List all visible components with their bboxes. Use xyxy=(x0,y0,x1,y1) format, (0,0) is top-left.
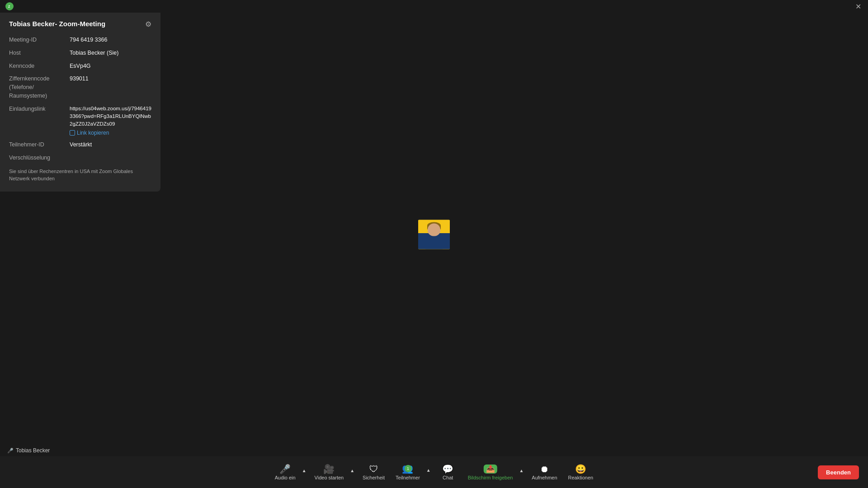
reactions-label: Reaktionen xyxy=(568,475,594,480)
video-chevron[interactable]: ▲ xyxy=(348,464,356,476)
audio-chevron[interactable]: ▲ xyxy=(300,464,308,476)
copy-link-button[interactable]: Link kopieren xyxy=(70,130,151,136)
meeting-id-label: Meeting-ID xyxy=(9,36,68,44)
audio-icon: 🎤 xyxy=(279,465,291,474)
participants-label: Teilnehmer xyxy=(396,475,420,480)
kenncode-row: Kenncode EsVp4G xyxy=(9,62,151,70)
settings-button[interactable]: ⚙ xyxy=(145,20,151,28)
participants-icon-wrap: 👥 1 xyxy=(402,464,413,474)
screenshare-chevron[interactable]: ▲ xyxy=(517,464,525,476)
screenshare-label: Bildschirm freigeben xyxy=(468,475,513,480)
encryption-row: Verschlüsselung xyxy=(9,154,151,162)
participant-id-value: Verstärkt xyxy=(70,141,151,149)
avatar-head xyxy=(428,224,440,236)
security-label: Sicherheit xyxy=(363,475,385,480)
participants-badge: 1 xyxy=(404,465,411,472)
avatar-body xyxy=(425,240,443,249)
invite-link-label: Einladungslink xyxy=(9,105,68,136)
zoom-logo: Z xyxy=(5,2,14,10)
chat-icon: 💬 xyxy=(442,465,453,474)
kenncode-value: EsVp4G xyxy=(70,62,151,70)
participants-tool-group: 👥 1 Teilnehmer ▲ xyxy=(391,461,433,483)
participant-name: Tobias Becker xyxy=(16,447,50,454)
screenshare-button[interactable]: 📤 Bildschirm freigeben xyxy=(463,462,518,483)
invite-link-value: https://us04web.zoom.us/j/79464193366?pw… xyxy=(70,105,151,128)
encryption-value xyxy=(70,154,151,162)
security-button[interactable]: 🛡 Sicherheit xyxy=(358,462,389,483)
meeting-id-value: 794 6419 3366 xyxy=(70,36,151,44)
reactions-button[interactable]: 😀 Reaktionen xyxy=(564,462,598,483)
chat-button[interactable]: 💬 Chat xyxy=(434,462,462,483)
reactions-icon: 😀 xyxy=(575,465,586,474)
chat-label: Chat xyxy=(443,475,453,480)
encryption-label: Verschlüsselung xyxy=(9,154,68,162)
network-note: Sie sind über Rechenzentren in USA mit Z… xyxy=(9,168,151,183)
copy-link-label: Link kopieren xyxy=(77,130,109,136)
top-bar: Z ✕ xyxy=(0,0,868,13)
info-panel-header: Tobias Becker- Zoom-Meeting ⚙ xyxy=(9,20,151,28)
meeting-title: Tobias Becker- Zoom-Meeting xyxy=(9,20,105,28)
copy-icon xyxy=(70,130,75,136)
ziffer-row: Ziffernkenncode (Telefone/ Raumsysteme) … xyxy=(9,75,151,100)
close-button[interactable]: ✕ xyxy=(854,2,863,11)
host-row: Host Tobias Becker (Sie) xyxy=(9,49,151,57)
participant-thumbnail xyxy=(418,220,450,249)
record-icon: ⏺ xyxy=(540,465,549,474)
ziffer-label: Ziffernkenncode (Telefone/ Raumsysteme) xyxy=(9,75,68,100)
audio-label: Audio ein xyxy=(275,475,296,480)
kenncode-label: Kenncode xyxy=(9,62,68,70)
video-label: Video starten xyxy=(315,475,344,480)
security-icon: 🛡 xyxy=(369,465,378,474)
host-value: Tobias Becker (Sie) xyxy=(70,49,151,57)
host-label: Host xyxy=(9,49,68,57)
toolbar-center: 🎤 Audio ein ▲ 🎥 Video starten ▲ 🛡 Sicher… xyxy=(270,461,598,483)
participant-id-label: Teilnehmer-ID xyxy=(9,141,68,149)
participant-name-bar: 🎤 Tobias Becker xyxy=(7,447,50,454)
video-button[interactable]: 🎥 Video starten xyxy=(310,462,349,483)
participants-button[interactable]: 👥 1 Teilnehmer xyxy=(391,461,425,483)
info-panel: Tobias Becker- Zoom-Meeting ⚙ Meeting-ID… xyxy=(0,13,160,192)
screenshare-icon: 📤 xyxy=(484,465,497,474)
mic-muted-icon: 🎤 xyxy=(7,448,14,454)
avatar-face xyxy=(418,220,450,249)
participant-id-row: Teilnehmer-ID Verstärkt xyxy=(9,141,151,149)
participants-chevron[interactable]: ▲ xyxy=(425,463,433,475)
ziffer-value: 939011 xyxy=(70,75,151,100)
svg-text:Z: Z xyxy=(8,5,10,8)
toolbar-right: Beenden xyxy=(818,465,859,479)
invite-link-row: Einladungslink https://us04web.zoom.us/j… xyxy=(9,105,151,136)
screenshare-tool-group: 📤 Bildschirm freigeben ▲ xyxy=(463,462,526,483)
end-meeting-button[interactable]: Beenden xyxy=(818,465,859,479)
audio-button[interactable]: 🎤 Audio ein xyxy=(270,462,300,483)
meeting-id-row: Meeting-ID 794 6419 3366 xyxy=(9,36,151,44)
audio-tool-group: 🎤 Audio ein ▲ xyxy=(270,462,308,483)
toolbar: 🎤 Audio ein ▲ 🎥 Video starten ▲ 🛡 Sicher… xyxy=(0,456,868,488)
record-button[interactable]: ⏺ Aufnehmen xyxy=(527,462,561,483)
video-tool-group: 🎥 Video starten ▲ xyxy=(310,462,357,483)
video-icon: 🎥 xyxy=(323,465,335,474)
record-label: Aufnehmen xyxy=(532,475,557,480)
